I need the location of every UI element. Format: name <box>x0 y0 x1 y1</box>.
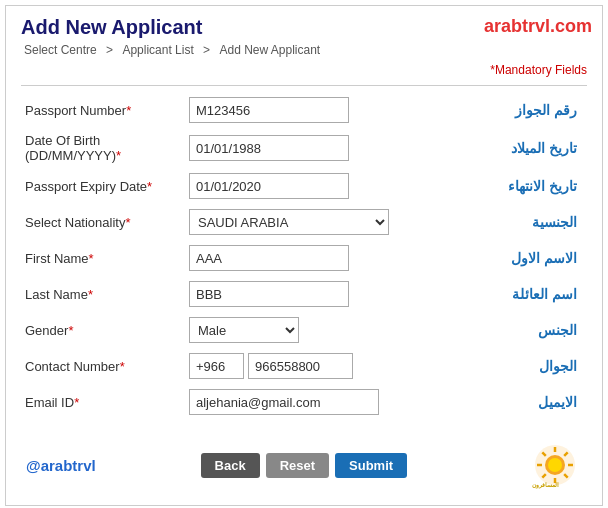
email-input[interactable] <box>189 389 379 415</box>
contact-number-arabic: الجوال <box>440 348 587 384</box>
nationality-select[interactable]: SAUDI ARABIA OTHER <box>189 209 389 235</box>
breadcrumb-sep1: > <box>106 43 116 57</box>
dob-label: Date Of Birth (DD/MM/YYYY)* <box>21 128 181 168</box>
first-name-row: First Name* الاسم الاول <box>21 240 587 276</box>
breadcrumb-part2: Applicant List <box>122 43 193 57</box>
passport-expiry-label: Passport Expiry Date* <box>21 168 181 204</box>
email-label: Email ID* <box>21 384 181 420</box>
gender-label: Gender* <box>21 312 181 348</box>
nationality-label: Select Nationality* <box>21 204 181 240</box>
passport-expiry-arabic: تاريخ الانتهاء <box>440 168 587 204</box>
sun-logo-svg: المسافرون <box>517 440 577 490</box>
passport-number-input[interactable] <box>189 97 349 123</box>
dob-input-cell <box>181 128 440 168</box>
reset-button[interactable]: Reset <box>266 453 329 478</box>
contact-number-input[interactable] <box>248 353 353 379</box>
nationality-row: Select Nationality* SAUDI ARABIA OTHER ا… <box>21 204 587 240</box>
breadcrumb-part1: Select Centre <box>24 43 97 57</box>
passport-number-arabic: رقم الجواز <box>440 92 587 128</box>
breadcrumb: Select Centre > Applicant List > Add New… <box>21 43 587 57</box>
button-group: Back Reset Submit <box>201 453 408 478</box>
passport-expiry-input-cell <box>181 168 440 204</box>
svg-point-10 <box>548 458 562 472</box>
gender-row-inner: Male Female <box>189 317 436 343</box>
last-name-input-cell <box>181 276 440 312</box>
gender-input-cell: Male Female <box>181 312 440 348</box>
contact-row-inner <box>189 353 436 379</box>
email-input-cell <box>181 384 440 420</box>
footer-watermark: @arabtrvl <box>26 457 96 474</box>
first-name-arabic: الاسم الاول <box>440 240 587 276</box>
dob-input[interactable] <box>189 135 349 161</box>
footer: @arabtrvl Back Reset Submit <box>21 440 587 490</box>
passport-number-row: Passport Number* رقم الجواز <box>21 92 587 128</box>
first-name-input[interactable] <box>189 245 349 271</box>
last-name-input[interactable] <box>189 281 349 307</box>
gender-arabic: الجنس <box>440 312 587 348</box>
first-name-input-cell <box>181 240 440 276</box>
contact-number-input-cell <box>181 348 440 384</box>
breadcrumb-sep2: > <box>203 43 213 57</box>
submit-button[interactable]: Submit <box>335 453 407 478</box>
nationality-arabic: الجنسية <box>440 204 587 240</box>
contact-number-label: Contact Number* <box>21 348 181 384</box>
breadcrumb-part3: Add New Applicant <box>219 43 320 57</box>
page-wrapper: arabtrvl.com Add New Applicant Select Ce… <box>5 5 603 506</box>
contact-code-input[interactable] <box>189 353 244 379</box>
passport-number-input-cell <box>181 92 440 128</box>
passport-expiry-row: Passport Expiry Date* تاريخ الانتهاء <box>21 168 587 204</box>
passport-expiry-input[interactable] <box>189 173 349 199</box>
contact-number-row: Contact Number* الجوال <box>21 348 587 384</box>
last-name-arabic: اسم العائلة <box>440 276 587 312</box>
divider <box>21 85 587 86</box>
first-name-label: First Name* <box>21 240 181 276</box>
svg-text:المسافرون: المسافرون <box>532 482 559 489</box>
last-name-label: Last Name* <box>21 276 181 312</box>
top-watermark: arabtrvl.com <box>484 16 592 37</box>
passport-number-label: Passport Number* <box>21 92 181 128</box>
nationality-input-cell: SAUDI ARABIA OTHER <box>181 204 440 240</box>
footer-logo: المسافرون <box>512 440 582 490</box>
dob-arabic: تاريخ الميلاد <box>440 128 587 168</box>
back-button[interactable]: Back <box>201 453 260 478</box>
email-row: Email ID* الايميل <box>21 384 587 420</box>
email-arabic: الايميل <box>440 384 587 420</box>
last-name-row: Last Name* اسم العائلة <box>21 276 587 312</box>
gender-select[interactable]: Male Female <box>189 317 299 343</box>
mandatory-note: *Mandatory Fields <box>21 63 587 77</box>
dob-row: Date Of Birth (DD/MM/YYYY)* تاريخ الميلا… <box>21 128 587 168</box>
gender-row: Gender* Male Female الجنس <box>21 312 587 348</box>
form-table: Passport Number* رقم الجواز Date Of Birt… <box>21 92 587 420</box>
